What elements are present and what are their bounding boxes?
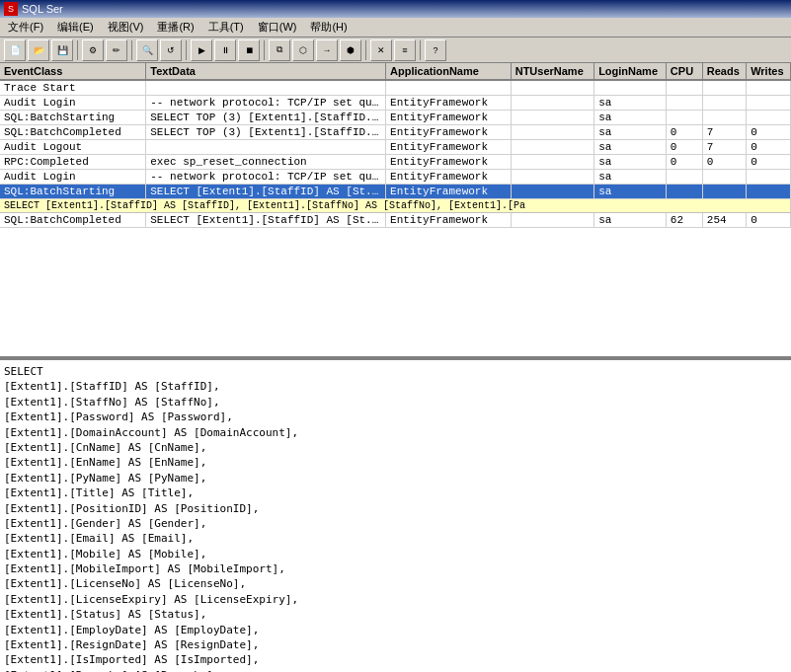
col-header-appname[interactable]: ApplicationName [386,63,512,80]
toolbar-sep-3 [186,40,187,60]
find-btn[interactable]: 🔍 [136,39,158,61]
tooltip-row: SELECT [Extent1].[StaffID] AS [StaffID],… [0,199,791,213]
cell-ntusername [511,155,593,170]
table-row[interactable]: RPC:Completedexec sp_reset_connectionEnt… [0,155,791,170]
cell-loginname [594,80,667,96]
cell-ntusername [511,185,593,199]
title-bar-left: S SQL Ser [4,2,63,16]
btn5[interactable]: ⬡ [292,39,314,61]
toolbar-sep-1 [77,40,78,60]
table-row[interactable]: SQL:BatchCompletedSELECT [Extent1].[Staf… [0,213,791,228]
btn9[interactable]: ≡ [394,39,416,61]
col-header-cpu[interactable]: CPU [666,63,702,80]
cell-applicationname: EntityFramework [386,213,512,228]
col-header-loginname[interactable]: LoginName [594,63,667,80]
cell-writes [747,111,791,125]
trace-panel[interactable]: EventClass TextData ApplicationName NTUs… [0,63,791,359]
cell-applicationname: EntityFramework [386,140,512,155]
cell-writes: 0 [747,213,791,228]
cell-applicationname: EntityFramework [386,185,512,199]
main-container: EventClass TextData ApplicationName NTUs… [0,63,791,672]
col-header-reads[interactable]: Reads [702,63,746,80]
table-row[interactable]: SQL:BatchStartingSELECT [Extent1].[Staff… [0,185,791,199]
col-header-writes[interactable]: Writes [747,63,791,80]
cell-textdata: SELECT TOP (3) [Extent1].[StaffID... [146,125,386,140]
table-row[interactable]: SQL:BatchStartingSELECT TOP (3) [Extent1… [0,111,791,125]
cell-ntusername [511,170,593,185]
table-row[interactable]: Audit Login-- network protocol: TCP/IP s… [0,96,791,111]
cell-cpu: 0 [666,140,702,155]
cell-textdata [146,80,386,96]
cell-loginname: sa [594,213,667,228]
cell-ntusername [511,213,593,228]
cell-applicationname: EntityFramework [386,170,512,185]
stop-btn[interactable]: ⏹ [238,39,260,61]
menu-edit[interactable]: 编辑(E) [51,18,100,37]
run-btn[interactable]: ▶ [191,39,212,61]
cell-cpu: 0 [666,125,702,140]
table-row[interactable]: Audit LogoutEntityFrameworksa070 [0,140,791,155]
menu-help[interactable]: 帮助(H) [304,18,353,37]
title-bar: S SQL Ser [0,0,791,18]
cell-cpu: 62 [666,213,702,228]
cell-textdata: SELECT [Extent1].[StaffID] AS [St... [146,213,386,228]
help-btn[interactable]: ? [425,39,446,61]
sql-content: SELECT [Extent1].[StaffID] AS [StaffID],… [4,364,787,672]
btn8[interactable]: ✕ [370,39,392,61]
cell-applicationname: EntityFramework [386,125,512,140]
cell-writes [747,80,791,96]
cell-ntusername [511,125,593,140]
menu-bar: 文件(F) 编辑(E) 视图(V) 重播(R) 工具(T) 窗口(W) 帮助(H… [0,18,791,37]
cell-reads: 7 [702,140,746,155]
menu-replay[interactable]: 重播(R) [151,18,199,37]
cell-eventclass: Audit Login [0,96,146,111]
menu-view[interactable]: 视图(V) [102,18,150,37]
btn2[interactable]: ✏ [106,39,127,61]
cell-eventclass: SQL:BatchStarting [0,185,146,199]
cell-cpu [666,111,702,125]
cell-applicationname [386,80,512,96]
table-row[interactable]: Audit Login-- network protocol: TCP/IP s… [0,170,791,185]
cell-loginname: sa [594,125,667,140]
cell-textdata: -- network protocol: TCP/IP set qu... [146,170,386,185]
col-header-ntuser[interactable]: NTUserName [511,63,593,80]
cell-applicationname: EntityFramework [386,155,512,170]
cell-reads [702,111,746,125]
props-btn[interactable]: ⚙ [82,39,104,61]
cell-writes: 0 [747,140,791,155]
cell-loginname: sa [594,111,667,125]
cell-reads: 7 [702,125,746,140]
toolbar-sep-5 [365,40,366,60]
cell-writes [747,96,791,111]
menu-file[interactable]: 文件(F) [2,18,49,37]
save-btn[interactable]: 💾 [51,39,73,61]
cell-reads [702,185,746,199]
menu-tools[interactable]: 工具(T) [202,18,250,37]
cell-ntusername [511,96,593,111]
cell-eventclass: Trace Start [0,80,146,96]
btn6[interactable]: → [316,39,338,61]
btn3[interactable]: ↺ [160,39,182,61]
btn7[interactable]: ⬢ [340,39,361,61]
cell-eventclass: Audit Login [0,170,146,185]
menu-window[interactable]: 窗口(W) [252,18,303,37]
open-btn[interactable]: 📂 [28,39,49,61]
table-header-row: EventClass TextData ApplicationName NTUs… [0,63,791,80]
toolbar-sep-2 [131,40,132,60]
cell-loginname: sa [594,185,667,199]
cell-eventclass: SQL:BatchCompleted [0,125,146,140]
app-icon: S [4,2,18,16]
cell-reads: 0 [702,155,746,170]
cell-reads: 254 [702,213,746,228]
table-row[interactable]: SQL:BatchCompletedSELECT TOP (3) [Extent… [0,125,791,140]
table-row[interactable]: Trace Start [0,80,791,96]
btn4[interactable]: ⧉ [269,39,290,61]
new-btn[interactable]: 📄 [4,39,26,61]
pause-btn[interactable]: ⏸ [214,39,236,61]
col-header-eventclass[interactable]: EventClass [0,63,146,80]
cell-ntusername [511,140,593,155]
cell-loginname: sa [594,140,667,155]
toolbar-sep-6 [420,40,421,60]
sql-panel: SELECT [Extent1].[StaffID] AS [StaffID],… [0,359,791,672]
col-header-textdata[interactable]: TextData [146,63,386,80]
